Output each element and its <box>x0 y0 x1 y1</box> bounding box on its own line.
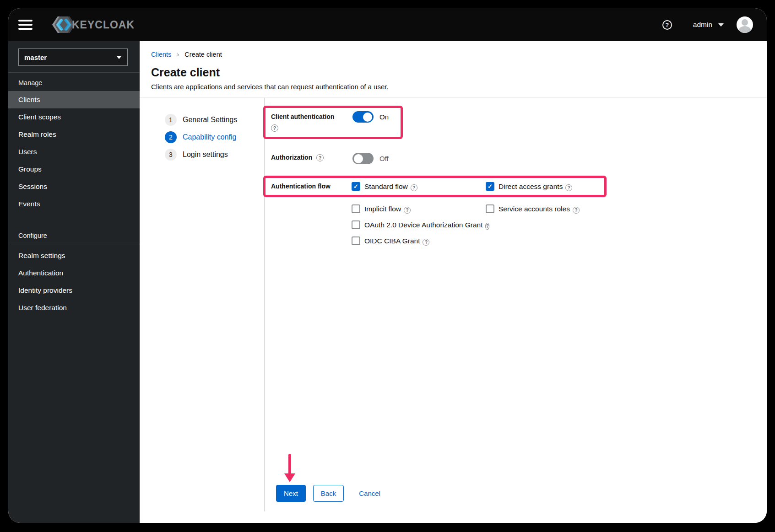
brand-text: KEYCLOAK <box>72 19 135 31</box>
realm-selector[interactable]: master <box>18 48 128 66</box>
chevron-down-icon <box>116 56 122 59</box>
nav-group-configure-title: Configure <box>8 226 140 244</box>
step-number-badge: 2 <box>165 131 177 143</box>
sidebar-divider <box>8 244 140 244</box>
help-icon[interactable]: ? <box>662 20 672 30</box>
authorization-toggle[interactable] <box>352 153 374 164</box>
top-header: KEYCLOAK ? admin <box>8 8 767 41</box>
authentication-flow-row: ✓ Implicit flow ? ✓ Service accounts rol… <box>271 204 748 213</box>
help-glyph: ? <box>319 155 321 161</box>
service-accounts-roles-label[interactable]: Service accounts roles <box>499 205 570 213</box>
authorization-state: Off <box>379 153 389 164</box>
direct-access-grants-label[interactable]: Direct access grants <box>499 183 563 191</box>
help-glyph: ? <box>273 125 276 131</box>
oauth-device-grant-checkbox[interactable]: ✓ <box>352 220 360 229</box>
sidebar-item-users[interactable]: Users <box>8 143 140 161</box>
step-number-badge: 3 <box>165 149 177 161</box>
implicit-flow-label[interactable]: Implicit flow <box>364 205 401 213</box>
sidebar: master Manage Clients Client scopes Real… <box>8 41 140 523</box>
hamburger-menu-icon[interactable] <box>18 16 37 34</box>
authorization-label: Authorization <box>271 153 312 162</box>
sidebar-item-clients[interactable]: Clients <box>8 91 140 108</box>
service-accounts-roles-checkbox[interactable]: ✓ <box>486 204 494 213</box>
wizard-steps-nav: 1 General Settings 2 Capability config 3… <box>140 98 265 511</box>
breadcrumb-current: Create client <box>184 51 222 58</box>
nav-group-manage-title: Manage <box>8 73 140 91</box>
help-icon[interactable]: ? <box>565 184 572 191</box>
cancel-button[interactable]: Cancel <box>359 485 380 502</box>
help-icon[interactable]: ? <box>271 124 278 132</box>
annotation-box-client-authentication: Client authentication ? On <box>263 106 403 139</box>
step-number-badge: 1 <box>165 114 177 126</box>
help-icon-glyph: ? <box>665 21 669 28</box>
username-label: admin <box>693 21 712 29</box>
help-icon[interactable]: ? <box>485 223 489 230</box>
authentication-flow-row: ✓ OAuth 2.0 Device Authorization Grant ? <box>271 220 748 229</box>
realm-name: master <box>24 54 116 61</box>
wizard-footer: Next Back Cancel <box>271 485 748 502</box>
help-icon[interactable]: ? <box>404 207 411 214</box>
annotation-arrow-icon <box>283 454 297 482</box>
annotation-box-authentication-flow: Authentication flow ✓ Standard flow ? ✓ … <box>263 176 607 197</box>
oidc-ciba-grant-label[interactable]: OIDC CIBA Grant <box>364 237 420 245</box>
sidebar-item-user-federation[interactable]: User federation <box>8 299 140 317</box>
authorization-row: Authorization ? Off <box>271 153 748 164</box>
keycloak-logo: KEYCLOAK <box>52 16 135 34</box>
wizard-step-general-settings[interactable]: 1 General Settings <box>165 114 264 126</box>
breadcrumb-clients-link[interactable]: Clients <box>151 51 171 58</box>
sidebar-item-authentication[interactable]: Authentication <box>8 264 140 282</box>
sidebar-item-sessions[interactable]: Sessions <box>8 178 140 195</box>
step-label: Capability config <box>183 133 236 141</box>
client-authentication-toggle[interactable] <box>352 111 374 123</box>
avatar[interactable] <box>737 16 753 33</box>
sidebar-item-groups[interactable]: Groups <box>8 161 140 178</box>
oauth-device-grant-label[interactable]: OAuth 2.0 Device Authorization Grant <box>364 221 482 229</box>
step-label: Login settings <box>183 150 228 159</box>
authentication-flow-label: Authentication flow <box>271 183 331 190</box>
sidebar-item-identity-providers[interactable]: Identity providers <box>8 282 140 299</box>
standard-flow-label[interactable]: Standard flow <box>364 183 408 191</box>
user-menu[interactable]: admin <box>693 21 724 29</box>
help-icon[interactable]: ? <box>573 207 580 214</box>
direct-access-grants-checkbox[interactable]: ✓ <box>486 182 494 191</box>
chevron-down-icon <box>718 23 724 27</box>
back-button[interactable]: Back <box>313 485 344 502</box>
app-window: KEYCLOAK ? admin master Manage Clients C… <box>8 8 767 523</box>
wizard-step-capability-config[interactable]: 2 Capability config <box>165 131 264 143</box>
step-label: General Settings <box>183 116 237 124</box>
breadcrumb: Clients › Create client <box>151 50 767 58</box>
sidebar-item-realm-settings[interactable]: Realm settings <box>8 247 140 264</box>
sidebar-item-realm-roles[interactable]: Realm roles <box>8 126 140 143</box>
oidc-ciba-grant-checkbox[interactable]: ✓ <box>352 236 360 245</box>
capability-config-form: Client authentication ? On Authorization… <box>265 98 767 523</box>
client-authentication-label: Client authentication <box>271 112 346 122</box>
implicit-flow-checkbox[interactable]: ✓ <box>352 204 360 213</box>
client-authentication-state: On <box>379 111 389 132</box>
authentication-flow-row: ✓ OIDC CIBA Grant ? <box>271 236 748 245</box>
main-content: Clients › Create client Create client Cl… <box>140 41 767 523</box>
next-button[interactable]: Next <box>276 485 306 502</box>
sidebar-item-client-scopes[interactable]: Client scopes <box>8 108 140 126</box>
help-icon[interactable]: ? <box>316 154 324 161</box>
page-title: Create client <box>151 66 767 79</box>
breadcrumb-separator-icon: › <box>177 50 179 58</box>
help-icon[interactable]: ? <box>423 239 429 246</box>
wizard-step-login-settings[interactable]: 3 Login settings <box>165 149 264 161</box>
help-icon[interactable]: ? <box>411 184 417 191</box>
sidebar-item-events[interactable]: Events <box>8 195 140 213</box>
page-subtitle: Clients are applications and services th… <box>151 83 767 91</box>
standard-flow-checkbox[interactable]: ✓ <box>352 182 360 191</box>
